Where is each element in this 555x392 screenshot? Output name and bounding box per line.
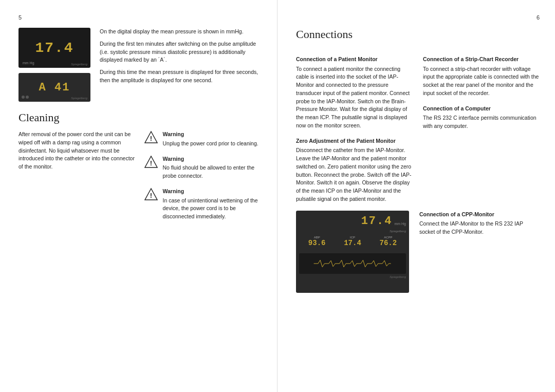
mmhg-label: mm Hg [23,61,34,65]
zero-adjustment-heading: Zero Adjustment of the Patient Monitor [296,137,413,145]
conn-col-right: Connection of a Strip-Chart Recorder To … [423,49,540,203]
btn2 [26,96,29,99]
top-para-1: On the digital display the mean pressure… [100,28,262,36]
acpp-block: ACPP 76.2 [380,236,397,247]
page-left: 5 17.4 mm Hg Spiegelberg A 41 Spiegelber… [0,0,278,392]
connections-top: Connection of a Patient Monitor To conne… [296,49,540,203]
strip-chart-body: To connect a strip-chart recorder with v… [423,65,540,98]
warning-text-3: Warning In case of unintentional wetteni… [163,188,262,221]
top-text: On the digital display the mean pressure… [100,28,262,102]
icp-value: 17.4 [344,239,361,247]
warning-body-2: No fluid should be allowed to enter the … [163,164,255,179]
warning-title-1: Warning [163,130,258,139]
conn-col-left: Connection of a Patient Monitor To conne… [296,49,413,203]
warning-title-3: Warning [163,188,262,196]
page-number-left: 5 [18,14,262,21]
patient-monitor-heading: Connection of a Patient Monitor [296,55,413,63]
acpp-value: 76.2 [380,239,397,247]
device-display-2: A 41 Spiegelberg [18,73,90,102]
cpp-section: Connection of a CPP-Monitor Connect the … [419,211,540,293]
svg-text:!: ! [150,192,152,199]
warning-title-2: Warning [163,155,262,163]
btn1 [22,96,25,99]
top-para-2: During the first ten minutes after switc… [100,40,262,64]
warning-body-1: Unplug the power cord prior to cleaning. [163,140,258,146]
page-right: 6 Connections Connection of a Patient Mo… [278,0,555,392]
monitor-top-value: 17.4 [361,215,393,228]
connections-title: Connections [296,28,540,41]
monitor-brand: Spiegelberg [390,230,406,233]
cleaning-body-text: After removal of the power cord the unit… [18,130,136,221]
icp-block: ICP 17.4 [344,236,361,247]
connections-bottom: 17.4 mm Hg Spiegelberg ABP 93.6 ICP 17.4 [296,211,540,293]
warnings-container: ! Warning Unplug the power cord prior to… [144,130,262,221]
monitor-image-container: 17.4 mm Hg Spiegelberg ABP 93.6 ICP 17.4 [296,211,409,293]
cpp-heading: Connection of a CPP-Monitor [419,211,540,218]
cpp-body: Connect the IAP-Monitor to the RS 232 IA… [419,220,540,236]
patient-monitor-section: Connection of a Patient Monitor To conne… [296,55,413,130]
device-images: 17.4 mm Hg Spiegelberg A 41 Spiegelberg [18,28,90,102]
display-value-2: A 41 [39,81,70,94]
zero-adjustment-body: Disconnect the catheter from the IAP-Mon… [296,146,413,203]
warning-icon-2: ! [144,155,158,169]
warning-text-2: Warning No fluid should be allowed to en… [163,155,262,180]
strip-chart-heading: Connection of a Strip-Chart Recorder [423,55,540,63]
page-number-right: 6 [296,14,540,21]
top-para-3: During this time the mean pressure is di… [100,68,262,85]
warning-icon-1: ! [144,130,158,144]
waveform-area [299,253,406,274]
warning-item-1: ! Warning Unplug the power cord prior to… [144,130,262,148]
computer-section: Connection of a Computer The RS 232 C in… [423,105,540,130]
brand-label-1: Spiegelberg [71,63,87,66]
warning-icon-3: ! [144,188,158,201]
left-top-content: 17.4 mm Hg Spiegelberg A 41 Spiegelberg … [18,28,262,102]
warning-item-2: ! Warning No fluid should be allowed to … [144,155,262,180]
cleaning-content: After removal of the power cord the unit… [18,130,262,221]
strip-chart-section: Connection of a Strip-Chart Recorder To … [423,55,540,98]
cleaning-section: Cleaning After removal of the power cord… [18,111,262,221]
abp-value: 93.6 [308,239,326,247]
computer-heading: Connection of a Computer [423,105,540,113]
svg-text:!: ! [150,159,152,167]
display-value-1: 17.4 [35,40,73,56]
warning-item-3: ! Warning In case of unintentional wette… [144,188,262,221]
warning-body-3: In case of unintentional wettening of th… [163,197,258,220]
monitor-brand-bottom: Spiegelberg [390,275,406,278]
patient-monitor-body: To connect a patient monitor the connect… [296,65,413,130]
waveform-svg [304,258,400,269]
svg-text:!: ! [150,135,152,142]
cleaning-title: Cleaning [18,111,262,124]
monitor-image: 17.4 mm Hg Spiegelberg ABP 93.6 ICP 17.4 [296,211,409,293]
monitor-mmhg: mm Hg [394,222,406,226]
brand-label-2: Spiegelberg [71,97,87,100]
computer-body: The RS 232 C interface permits communica… [423,114,540,130]
device-display-1: 17.4 mm Hg Spiegelberg [18,28,90,68]
zero-adjustment-section: Zero Adjustment of the Patient Monitor D… [296,137,413,203]
abp-block: ABP 93.6 [308,236,326,247]
small-buttons [22,96,29,99]
warning-text-1: Warning Unplug the power cord prior to c… [163,130,258,148]
